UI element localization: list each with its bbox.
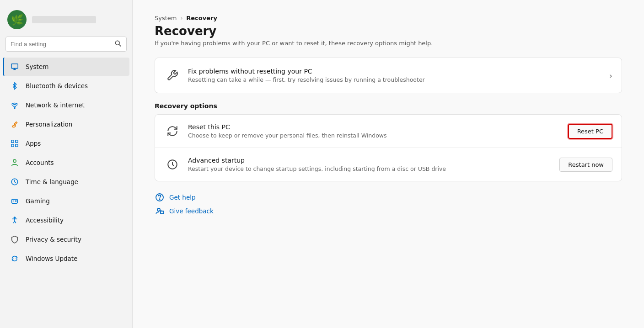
accessibility-icon [10, 216, 19, 225]
brush-icon [10, 120, 19, 129]
breadcrumb-current: Recovery [186, 15, 217, 21]
person-icon [10, 158, 19, 167]
search-input[interactable] [11, 41, 111, 48]
reset-action: Reset PC [568, 124, 612, 139]
breadcrumb: System › Recovery [155, 15, 622, 21]
startup-action: Restart now [559, 158, 612, 172]
restart-now-button[interactable]: Restart now [559, 158, 612, 172]
sidebar-item-accounts[interactable]: Accounts [3, 153, 129, 172]
reset-text: Reset this PC Choose to keep or remove y… [188, 123, 561, 139]
sidebar-item-personalization[interactable]: Personalization [3, 115, 129, 133]
gaming-icon [10, 196, 19, 206]
svg-rect-20 [161, 211, 164, 214]
breadcrumb-separator: › [180, 15, 182, 21]
sidebar-label-windows-update: Windows Update [26, 255, 77, 262]
sidebar-label-bluetooth: Bluetooth & devices [26, 82, 88, 90]
sidebar-item-accessibility[interactable]: Accessibility [3, 211, 129, 229]
avatar-icon: 🌿 [11, 14, 23, 26]
sidebar-label-system: System [26, 63, 48, 70]
get-help-label: Get help [169, 194, 196, 201]
fix-icon [164, 67, 181, 84]
reset-description: Choose to keep or remove your personal f… [188, 132, 561, 139]
recovery-options-title: Recovery options [155, 102, 622, 110]
sidebar-label-time: Time & language [26, 178, 78, 185]
apps-icon [10, 139, 19, 148]
svg-rect-6 [11, 140, 14, 143]
startup-text: Advanced startup Restart your device to … [188, 157, 552, 172]
sidebar-label-accounts: Accounts [26, 159, 54, 166]
svg-point-19 [157, 208, 160, 211]
svg-rect-2 [11, 64, 18, 69]
give-feedback-label: Give feedback [169, 207, 214, 215]
svg-rect-8 [11, 144, 14, 147]
sidebar-label-network: Network & internet [26, 101, 85, 109]
shield-icon [10, 235, 19, 244]
startup-icon [164, 156, 181, 173]
reset-title: Reset this PC [188, 123, 561, 131]
main-content: System › Recovery Recovery If you're hav… [133, 0, 644, 328]
avatar: 🌿 [7, 10, 27, 29]
startup-description: Restart your device to change startup se… [188, 165, 552, 172]
svg-point-18 [159, 199, 160, 200]
help-icon [155, 192, 165, 202]
fix-chevron: › [609, 71, 612, 80]
reset-icon [164, 123, 181, 139]
sidebar-item-network[interactable]: Network & internet [3, 96, 129, 114]
update-icon [10, 254, 19, 263]
sidebar-item-time[interactable]: Time & language [3, 173, 129, 191]
fix-text: Fix problems without resetting your PC R… [188, 68, 602, 83]
sidebar-label-personalization: Personalization [26, 121, 72, 128]
reset-pc-button[interactable]: Reset PC [568, 124, 612, 139]
breadcrumb-parent: System [155, 15, 177, 21]
fix-description: Resetting can take a while — first, try … [188, 76, 602, 83]
svg-point-5 [14, 107, 15, 108]
svg-rect-9 [16, 144, 18, 147]
search-container [0, 37, 132, 57]
sidebar-label-gaming: Gaming [26, 197, 50, 205]
page-title: Recovery [155, 24, 622, 38]
startup-title: Advanced startup [188, 157, 552, 164]
sidebar-label-apps: Apps [26, 140, 41, 147]
page-subtitle: If you're having problems with your PC o… [155, 40, 622, 47]
recovery-options-card: Reset this PC Choose to keep or remove y… [155, 114, 622, 181]
feedback-icon [155, 206, 165, 216]
settings-window: 🌿 [0, 0, 644, 328]
svg-point-10 [13, 159, 16, 162]
sidebar: 🌿 [0, 0, 133, 328]
reset-pc-row: Reset this PC Choose to keep or remove y… [155, 115, 622, 148]
profile-section: 🌿 [0, 5, 132, 37]
search-box[interactable] [5, 37, 127, 52]
give-feedback-link[interactable]: Give feedback [155, 206, 622, 216]
sidebar-label-accessibility: Accessibility [26, 217, 64, 224]
profile-name [32, 16, 96, 23]
fix-problems-row[interactable]: Fix problems without resetting your PC R… [155, 58, 622, 93]
advanced-startup-row: Advanced startup Restart your device to … [155, 148, 622, 181]
clock-icon [10, 177, 19, 186]
monitor-icon [10, 62, 19, 71]
fix-problems-card[interactable]: Fix problems without resetting your PC R… [155, 58, 622, 93]
sidebar-item-gaming[interactable]: Gaming [3, 192, 129, 210]
chevron-right-icon: › [609, 71, 612, 80]
sidebar-item-bluetooth[interactable]: Bluetooth & devices [3, 77, 129, 95]
svg-rect-7 [16, 140, 18, 143]
sidebar-item-windows-update[interactable]: Windows Update [3, 249, 129, 268]
get-help-link[interactable]: Get help [155, 192, 622, 202]
sidebar-label-privacy: Privacy & security [26, 236, 81, 243]
help-links: Get help Give feedback [155, 192, 622, 216]
svg-point-14 [16, 201, 16, 201]
sidebar-item-privacy[interactable]: Privacy & security [3, 230, 129, 249]
svg-point-15 [14, 217, 15, 218]
sidebar-item-apps[interactable]: Apps [3, 134, 129, 153]
network-icon [10, 101, 19, 110]
search-icon [114, 40, 122, 48]
svg-point-0 [115, 41, 119, 45]
svg-line-1 [119, 44, 121, 46]
sidebar-item-system[interactable]: System [3, 58, 129, 76]
bluetooth-icon [10, 81, 19, 90]
fix-title: Fix problems without resetting your PC [188, 68, 602, 75]
